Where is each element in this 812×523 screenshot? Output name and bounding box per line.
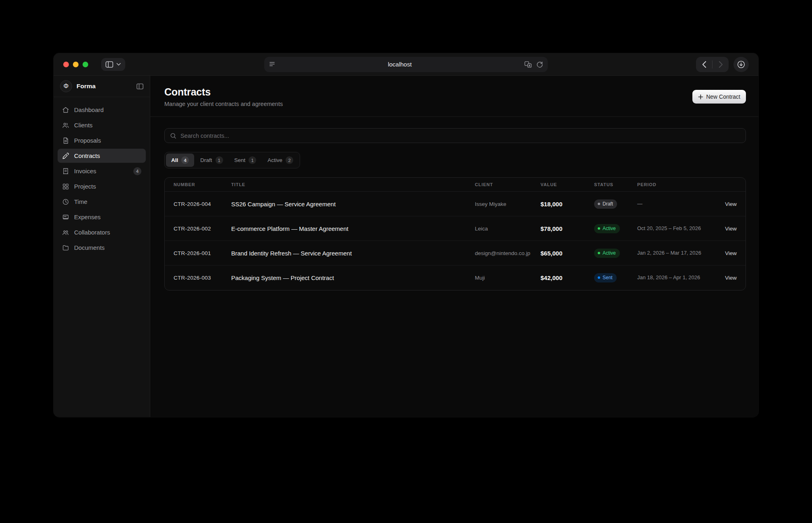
sidebar-toggle-button[interactable] (101, 58, 125, 71)
view-link[interactable]: View (725, 201, 737, 207)
plus-icon (698, 94, 703, 100)
contract-client: design@nintendo.co.jp (475, 250, 541, 256)
address-bar[interactable]: localhost (264, 57, 548, 72)
sidebar-item-time[interactable]: Time (58, 195, 146, 209)
contract-number: CTR-2026-002 (174, 226, 231, 232)
brand-name: Forma (77, 83, 95, 90)
search-bar (164, 128, 746, 143)
contract-value: $18,000 (541, 201, 594, 208)
sidebar-nav: Dashboard Clients Proposals (54, 97, 150, 262)
sidebar-item-expenses[interactable]: Expenses (58, 210, 146, 224)
reader-view-icon[interactable] (269, 62, 275, 67)
contract-value: $65,000 (541, 250, 594, 257)
contract-number: CTR-2026-003 (174, 275, 231, 281)
zoom-window-button[interactable] (83, 62, 88, 67)
contract-value: $42,000 (541, 274, 594, 281)
contract-title: E-commerce Platform — Master Agreement (231, 225, 475, 232)
status-dot (598, 252, 600, 254)
traffic-lights (63, 62, 88, 67)
logo-glyph: Φ (64, 83, 69, 90)
column-header-title: Title (231, 182, 475, 187)
forward-button[interactable] (713, 57, 729, 72)
tab-sent[interactable]: Sent 1 (229, 154, 262, 167)
folder-icon (62, 244, 69, 251)
sidebar-item-dashboard[interactable]: Dashboard (58, 103, 146, 117)
grid-icon (62, 183, 69, 190)
sidebar-item-label: Invoices (74, 168, 96, 174)
contract-period: Oct 20, 2025 – Feb 5, 2026 (637, 225, 712, 232)
chevron-down-icon (116, 63, 121, 66)
pen-icon (62, 152, 69, 160)
column-header-value: Value (541, 182, 594, 187)
view-link[interactable]: View (725, 275, 737, 281)
close-window-button[interactable] (63, 62, 69, 67)
tab-draft[interactable]: Draft 1 (195, 154, 228, 167)
sidebar-item-documents[interactable]: Documents (58, 241, 146, 255)
sidebar-item-label: Dashboard (74, 106, 104, 113)
sidebar-item-invoices[interactable]: Invoices 4 (58, 164, 146, 178)
new-contract-label: New Contract (706, 93, 740, 100)
page-title: Contracts (164, 86, 283, 98)
tab-label: Active (267, 157, 282, 163)
sidebar-item-label: Collaborators (74, 229, 110, 236)
sidebar-item-proposals[interactable]: Proposals (58, 133, 146, 147)
translate-icon[interactable] (524, 61, 532, 68)
sidebar-item-projects[interactable]: Projects (58, 179, 146, 193)
home-icon (62, 106, 69, 114)
tab-count: 1 (249, 156, 256, 164)
invoices-count-badge: 4 (133, 167, 141, 175)
table-row[interactable]: CTR-2026-002 E-commerce Platform — Maste… (165, 216, 746, 241)
document-icon (62, 137, 69, 144)
sidebar-item-label: Projects (74, 183, 96, 190)
sidebar-item-label: Clients (74, 122, 93, 129)
downloads-button[interactable] (733, 57, 749, 72)
sidebar-item-label: Proposals (74, 137, 101, 144)
view-link[interactable]: View (725, 250, 737, 256)
view-link[interactable]: View (725, 226, 737, 232)
sidebar-item-contracts[interactable]: Contracts (58, 149, 146, 163)
page-subtitle: Manage your client contracts and agreeme… (164, 101, 283, 107)
column-header-number: Number (174, 182, 231, 187)
users-icon (62, 122, 69, 129)
sidebar-item-collaborators[interactable]: Collaborators (58, 225, 146, 239)
tab-all[interactable]: All 4 (166, 154, 194, 167)
table-row[interactable]: CTR-2026-001 Brand Identity Refresh — Se… (165, 241, 746, 266)
status-badge: Draft (594, 199, 617, 209)
column-header-status: Status (594, 182, 637, 187)
contract-title: Brand Identity Refresh — Service Agreeme… (231, 250, 475, 257)
url-text[interactable]: localhost (275, 61, 524, 68)
contract-client: Muji (475, 275, 541, 281)
contract-value: $78,000 (541, 225, 594, 232)
browser-titlebar: localhost (54, 53, 758, 76)
sidebar-item-label: Contracts (74, 152, 100, 159)
minimize-window-button[interactable] (73, 62, 79, 67)
history-nav (696, 57, 729, 72)
status-badge: Active (594, 224, 620, 233)
contract-client: Issey Miyake (475, 201, 541, 207)
contract-period: — (637, 200, 712, 208)
sidebar-panel-icon (106, 61, 113, 68)
contract-period: Jan 2, 2026 – Mar 17, 2026 (637, 249, 712, 257)
clock-icon (62, 198, 69, 205)
tab-label: Draft (200, 157, 212, 163)
column-header-period: Period (637, 182, 712, 187)
main-content: Contracts Manage your client contracts a… (150, 76, 758, 417)
new-contract-button[interactable]: New Contract (692, 90, 746, 104)
desktop: localhost (0, 0, 812, 523)
contracts-table: Number Title Client Value Status Period … (164, 177, 746, 291)
tab-active[interactable]: Active 2 (262, 154, 298, 167)
reload-icon[interactable] (536, 61, 543, 68)
contract-period: Jan 18, 2026 – Apr 1, 2026 (637, 274, 712, 282)
search-input[interactable] (180, 133, 740, 139)
table-row[interactable]: CTR-2026-004 SS26 Campaign — Service Agr… (165, 192, 746, 216)
tab-count: 4 (181, 156, 189, 164)
sidebar-collapse-button[interactable] (137, 83, 143, 89)
sidebar-item-label: Expenses (74, 214, 101, 220)
people-icon (62, 229, 69, 236)
table-row[interactable]: CTR-2026-003 Packaging System — Project … (165, 266, 746, 290)
contract-title: Packaging System — Project Contract (231, 274, 475, 281)
sidebar-item-clients[interactable]: Clients (58, 118, 146, 132)
back-button[interactable] (696, 57, 712, 72)
status-dot (598, 227, 600, 230)
status-badge: Active (594, 249, 620, 258)
